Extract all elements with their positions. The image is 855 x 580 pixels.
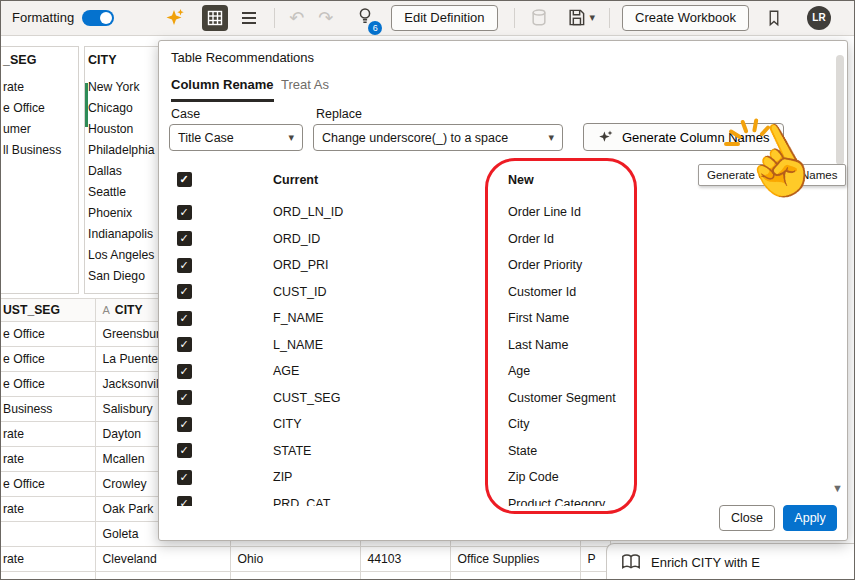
new-name: Customer Segment [508,391,819,405]
chevron-down-icon: ▾ [548,132,554,143]
current-column-header: Current [273,173,508,187]
apply-button[interactable]: Apply [783,505,837,531]
current-name: ORD_PRI [273,258,508,272]
create-workbook-button[interactable]: Create Workbook [622,5,749,31]
new-name: City [508,417,819,431]
tab-column-rename[interactable]: Column Rename [171,77,274,102]
enrich-book-icon [621,553,641,571]
sparkle-icon [598,129,614,145]
list-view-button[interactable] [236,5,262,31]
current-name: PRD_CAT [273,497,508,506]
rename-row: ORD_PRI Order Priority [159,252,819,279]
table-view-button[interactable] [202,5,228,31]
rename-row: L_NAME Last Name [159,332,819,359]
table-grid-icon [207,10,223,26]
row-checkbox[interactable] [177,205,192,220]
replace-select[interactable]: Change underscore(_) to a space ▾ [313,124,563,151]
current-name: AGE [273,364,508,378]
auto-insights-button[interactable] [162,5,188,31]
rename-row: ORD_LN_ID Order Line Id [159,199,819,226]
generate-column-names-button[interactable]: Generate Column Names [583,123,784,151]
rename-rows-list: ORD_LN_ID Order Line Id ORD_ID Order Id … [159,199,819,506]
quality-bar [85,83,88,127]
case-label: Case [171,107,200,121]
current-name: CUST_SEG [273,391,508,405]
new-name: Last Name [508,338,819,352]
current-name: STATE [273,444,508,458]
sparkle-icon [165,8,185,28]
new-name: Order Line Id [508,205,819,219]
rename-row: F_NAME First Name [159,305,819,332]
bookmark-icon[interactable] [765,8,783,28]
row-checkbox[interactable] [177,496,192,506]
row-checkbox[interactable] [177,311,192,326]
save-icon[interactable] [567,8,586,27]
rename-row: CUST_ID Customer Id [159,279,819,306]
list-rows-icon [240,10,258,26]
current-name: ORD_LN_ID [273,205,508,219]
replace-select-value: Change underscore(_) to a space [322,131,508,145]
database-icon[interactable] [529,8,549,28]
new-name: Order Id [508,232,819,246]
new-name: First Name [508,311,819,325]
recommendation-card[interactable]: Enrich CITY with E [606,543,855,580]
new-name: Age [508,364,819,378]
edit-definition-button[interactable]: Edit Definition [391,5,497,31]
profile-card-header: _SEG [0,47,78,77]
new-name: Customer Id [508,285,819,299]
profile-value[interactable]: e Office [0,98,78,119]
row-checkbox[interactable] [177,470,192,485]
row-checkbox[interactable] [177,390,192,405]
case-select[interactable]: Title Case ▾ [169,124,303,151]
recommendations-count-badge: 6 [368,21,382,35]
table-recommendations-dialog: Table Recommendations Column Rename Trea… [158,40,848,541]
generate-tooltip: Generate Column Names [698,164,846,186]
profile-value[interactable]: rate [0,77,78,98]
save-menu-caret-icon[interactable]: ▾ [590,12,596,23]
current-name: L_NAME [273,338,508,352]
row-checkbox[interactable] [177,337,192,352]
row-checkbox[interactable] [177,417,192,432]
undo-icon[interactable]: ↶ [289,9,304,27]
generate-button-label: Generate Column Names [622,130,769,145]
dialog-title: Table Recommendations [171,50,314,65]
redo-icon[interactable]: ↷ [318,9,333,27]
select-all-checkbox[interactable] [177,172,192,187]
row-checkbox[interactable] [177,231,192,246]
new-name: State [508,444,819,458]
row-checkbox[interactable] [177,443,192,458]
close-button[interactable]: Close [719,505,775,531]
case-select-value: Title Case [178,131,234,145]
row-checkbox[interactable] [177,258,192,273]
avatar[interactable]: LR [807,6,831,30]
toolbar-divider [609,8,610,28]
column-header-cust-seg[interactable]: UST_SEG [0,299,95,322]
dialog-scrollbar-thumb[interactable] [836,55,844,165]
scroll-down-arrow-icon[interactable]: ▼ [832,482,843,494]
current-name: ORD_ID [273,232,508,246]
profile-card-cust-seg[interactable]: _SEG rate e Office umer ll Business [0,46,79,294]
toggle-knob [100,12,112,24]
rename-row: CUST_SEG Customer Segment [159,385,819,412]
rename-row: PRD_CAT Product Category [159,491,819,507]
table-row[interactable]: rate Cleveland Ohio 44103 Office Supplie… [0,547,610,572]
new-name: Order Priority [508,258,819,272]
toolbar-divider [274,8,275,28]
row-checkbox[interactable] [177,284,192,299]
row-checkbox[interactable] [177,364,192,379]
top-toolbar: Formatting ↶ ↷ 6 Edit De [0,0,855,36]
current-name: F_NAME [273,311,508,325]
rename-row: ZIP Zip Code [159,464,819,491]
text-type-icon: A [103,304,110,316]
table-row[interactable] [0,572,610,580]
replace-label: Replace [316,107,362,121]
rename-row: AGE Age [159,358,819,385]
current-name: CUST_ID [273,285,508,299]
chevron-down-icon: ▾ [288,132,294,143]
formatting-toggle[interactable] [82,10,114,26]
tab-treat-as[interactable]: Treat As [281,77,329,99]
toolbar-divider [514,8,515,28]
profile-value[interactable]: umer [0,119,78,140]
profile-value[interactable]: ll Business [0,140,78,161]
recommendations-button[interactable]: 6 [355,6,375,30]
